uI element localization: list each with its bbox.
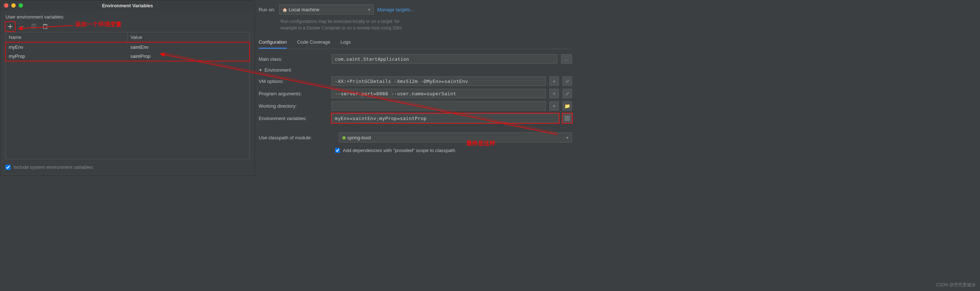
working-dir-field[interactable] — [331, 101, 546, 111]
expand-button[interactable]: ⤢ — [563, 76, 572, 86]
home-icon: 🏠 — [282, 8, 288, 12]
svg-rect-3 — [44, 24, 46, 25]
run-config-panel: Run on: 🏠Local machine ▾ Manage targets.… — [255, 0, 572, 176]
hint-line: example in a Docker Container or on a re… — [280, 25, 572, 31]
tab-configuration[interactable]: Configuration — [259, 36, 287, 49]
cell-name[interactable]: myEnv — [6, 43, 127, 52]
chevron-down-icon: ▼ — [259, 68, 262, 72]
env-vars-browse-button[interactable] — [563, 114, 572, 123]
chevron-down-icon: ▾ — [368, 7, 371, 13]
cell-name[interactable]: myProp — [6, 52, 127, 61]
table-row[interactable]: myProp saintProp — [6, 52, 249, 61]
add-option-button[interactable]: + — [549, 76, 559, 86]
chevron-down-icon: ▾ — [566, 135, 569, 141]
table-row[interactable]: myEnv saintEnv — [6, 43, 249, 52]
user-vars-label: User environment variables: — [5, 14, 250, 20]
tab-code-coverage[interactable]: Code Coverage — [297, 36, 330, 49]
run-on-label: Run on: — [259, 7, 275, 13]
add-button[interactable] — [5, 22, 15, 31]
working-dir-label: Working directory: — [259, 103, 328, 109]
vm-options-label: VM options: — [259, 79, 328, 84]
cell-value[interactable]: saintEnv — [127, 43, 249, 52]
expand-button[interactable]: ⤢ — [563, 89, 572, 98]
spring-icon: ⬢ — [342, 135, 346, 141]
env-vars-dialog: Environment Variables User environment v… — [0, 0, 255, 176]
main-class-field[interactable]: com.saint.StartApplication — [331, 54, 557, 64]
paste-button[interactable] — [40, 22, 50, 31]
vm-options-field[interactable]: -XX:+PrintGCDetails -Xmx512m -DMyEnv=sai… — [331, 76, 546, 86]
cell-value[interactable]: saintProp — [127, 52, 249, 61]
provided-scope-checkbox[interactable] — [335, 148, 340, 153]
env-vars-field[interactable]: myEnv=saintEnv;myProp=saintProp — [331, 114, 559, 123]
run-on-dropdown[interactable]: 🏠Local machine ▾ — [279, 4, 374, 14]
classpath-label: Use classpath of module: — [259, 135, 335, 141]
add-arg-button[interactable]: + — [549, 89, 559, 98]
browse-dir-button[interactable]: 📁 — [563, 101, 572, 111]
col-value[interactable]: Value — [127, 32, 249, 42]
program-args-field[interactable]: --server.port=8088 --user.name=superSain… — [331, 89, 546, 98]
copy-button[interactable] — [29, 22, 38, 31]
provided-scope-label: Add dependencies with "provided" scope t… — [343, 148, 455, 153]
hint-line: Run configurations may be executed local… — [280, 18, 572, 25]
add-dir-button[interactable]: + — [549, 101, 559, 111]
watermark: CSDN @秃秃爱健身 — [935, 282, 976, 288]
browse-button[interactable]: … — [561, 54, 572, 64]
main-class-label: Main class: — [259, 56, 328, 62]
tab-logs[interactable]: Logs — [340, 36, 350, 49]
dialog-titlebar: Environment Variables — [0, 0, 255, 11]
env-vars-label: Environment variables: — [259, 115, 328, 121]
program-args-label: Program arguments: — [259, 91, 328, 96]
manage-targets-link[interactable]: Manage targets... — [377, 7, 414, 13]
remove-button[interactable] — [17, 22, 27, 31]
config-tabs: Configuration Code Coverage Logs — [259, 36, 572, 49]
env-vars-table: Name Value myEnv saintEnv myProp saintPr… — [5, 32, 250, 159]
classpath-dropdown[interactable]: ⬢spring-boot ▾ — [339, 133, 572, 142]
environment-section[interactable]: ▼ Environment — [259, 65, 572, 75]
col-name[interactable]: Name — [6, 32, 127, 42]
dialog-title: Environment Variables — [0, 3, 255, 8]
include-system-checkbox[interactable] — [5, 165, 11, 170]
include-system-label: Include system environment variables: — [13, 164, 94, 170]
